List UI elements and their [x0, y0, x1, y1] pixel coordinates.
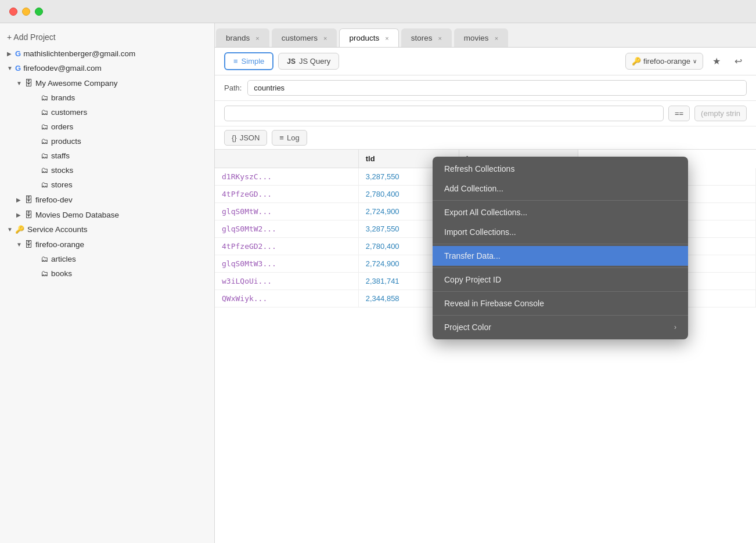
sidebar-collection-products[interactable]: 🗂 products — [0, 134, 214, 149]
row-id: w3iLQoUi... — [215, 273, 358, 290]
tab-label: products — [349, 34, 379, 42]
context-menu: Refresh Collections Add Collection... Ex… — [433, 157, 688, 339]
filter-input[interactable] — [224, 106, 664, 121]
sidebar-collection-brands[interactable]: 🗂 brands — [0, 91, 214, 105]
project-name: firefoo-orange — [35, 240, 84, 249]
sidebar-account-1[interactable]: G mathislichtenberger@gmail.com — [0, 46, 214, 61]
ctx-project-color[interactable]: Project Color › — [433, 317, 688, 337]
add-project-button[interactable]: + Add Project — [0, 28, 214, 46]
tab-products[interactable]: products × — [339, 28, 398, 47]
toolbar: ≡ Simple JS JS Query 🔑 firefoo-orange ∨ … — [215, 48, 756, 75]
sidebar-collection-articles[interactable]: 🗂 articles — [0, 252, 214, 266]
row-id: glqS0MtW... — [215, 203, 358, 220]
ctx-refresh-collections[interactable]: Refresh Collections — [433, 159, 688, 179]
tab-brands[interactable]: brands × — [216, 28, 269, 47]
simple-mode-button[interactable]: ≡ Simple — [224, 52, 273, 70]
section-name: Service Accounts — [27, 225, 88, 234]
sidebar-project-3[interactable]: 🗄 Movies Demo Database — [0, 207, 214, 222]
tab-close-customers[interactable]: × — [323, 35, 327, 42]
sidebar-project-2[interactable]: 🗄 firefoo-dev — [0, 192, 214, 207]
project-icon: 🗄 — [24, 195, 33, 204]
tabs-bar: brands × customers × products × stores ×… — [215, 23, 756, 48]
sidebar: + Add Project G mathislichtenberger@gmai… — [0, 23, 215, 543]
js-query-button[interactable]: JS JS Query — [278, 53, 339, 70]
close-button[interactable] — [9, 8, 17, 16]
submenu-arrow-icon: › — [674, 323, 676, 331]
collection-icon: 🗂 — [41, 166, 48, 175]
collection-name: staffs — [51, 151, 70, 160]
tab-movies[interactable]: movies × — [454, 28, 508, 47]
sidebar-project-4[interactable]: 🗄 firefoo-orange — [0, 237, 214, 252]
ctx-item-label: Copy Project ID — [444, 275, 501, 284]
sidebar-collection-staffs[interactable]: 🗂 staffs — [0, 149, 214, 163]
project-selector[interactable]: 🔑 firefoo-orange ∨ — [625, 53, 703, 70]
app-body: + Add Project G mathislichtenberger@gmai… — [0, 23, 756, 543]
ctx-reveal-firebase[interactable]: Reveal in Firebase Console — [433, 294, 688, 313]
ctx-add-collection[interactable]: Add Collection... — [433, 179, 688, 198]
operator-button[interactable]: == — [668, 106, 690, 121]
tab-customers[interactable]: customers × — [272, 28, 337, 47]
ctx-export-all[interactable]: Export All Collections... — [433, 202, 688, 222]
tab-close-movies[interactable]: × — [495, 35, 498, 42]
log-view-button[interactable]: ≡ Log — [272, 130, 307, 146]
path-input[interactable] — [247, 80, 747, 96]
sidebar-project-1[interactable]: 🗄 My Awesome Company — [0, 75, 214, 91]
tab-close-stores[interactable]: × — [438, 35, 441, 42]
collection-name: customers — [51, 108, 87, 117]
traffic-lights — [9, 8, 43, 16]
collection-name: stocks — [51, 166, 73, 175]
sidebar-collection-stores[interactable]: 🗂 stores — [0, 178, 214, 192]
row-id: d1RKyszC... — [215, 168, 358, 186]
collection-icon: 🗂 — [41, 269, 48, 278]
collection-icon: 🗂 — [41, 93, 48, 102]
project-icon: 🗄 — [24, 210, 33, 219]
add-project-label: + Add Project — [7, 32, 56, 42]
back-button[interactable]: ↩ — [730, 52, 747, 70]
project-name: firefoo-dev — [35, 196, 73, 204]
account-name: mathislichtenberger@gmail.com — [23, 49, 135, 58]
google-icon: G — [15, 64, 21, 73]
col-header-id — [215, 150, 358, 168]
view-tabs: {} JSON ≡ Log — [215, 126, 756, 150]
js-icon: JS — [287, 57, 296, 66]
tab-close-brands[interactable]: × — [255, 35, 259, 42]
star-icon: ★ — [712, 56, 721, 66]
sidebar-collection-orders[interactable]: 🗂 orders — [0, 120, 214, 134]
minimize-button[interactable] — [22, 8, 30, 16]
sidebar-collection-books[interactable]: 🗂 books — [0, 266, 214, 281]
project-icon: 🗄 — [24, 78, 33, 88]
ctx-item-label: Refresh Collections — [444, 164, 514, 173]
collapse-icon — [16, 212, 23, 218]
sidebar-collection-stocks[interactable]: 🗂 stocks — [0, 163, 214, 178]
tab-close-products[interactable]: × — [385, 35, 388, 42]
ctx-transfer-data[interactable]: Transfer Data... — [433, 246, 688, 266]
json-view-button[interactable]: {} JSON — [224, 130, 267, 146]
ctx-separator-2 — [433, 244, 688, 244]
account-name: firefoodev@gmail.com — [23, 64, 102, 73]
ctx-item-label: Transfer Data... — [444, 251, 501, 260]
maximize-button[interactable] — [35, 8, 43, 16]
tab-label: customers — [282, 34, 318, 42]
sidebar-collection-customers[interactable]: 🗂 customers — [0, 105, 214, 120]
project-selector-name: firefoo-orange — [643, 57, 690, 66]
collection-name: products — [51, 137, 81, 146]
collapse-icon — [16, 241, 23, 248]
log-icon: ≡ — [279, 133, 284, 142]
ctx-import-collections[interactable]: Import Collections... — [433, 222, 688, 242]
tab-stores[interactable]: stores × — [401, 28, 452, 47]
sidebar-account-2[interactable]: G firefoodev@gmail.com — [0, 61, 214, 75]
project-name: My Awesome Company — [35, 79, 118, 88]
ctx-separator-5 — [433, 315, 688, 316]
favorite-button[interactable]: ★ — [708, 52, 725, 70]
sidebar-service-accounts[interactable]: 🔑 Service Accounts — [0, 222, 214, 237]
key-icon: 🔑 — [632, 57, 641, 66]
collection-name: articles — [51, 255, 76, 263]
tab-label: stores — [411, 34, 433, 42]
tab-label: brands — [226, 34, 250, 42]
ctx-copy-project-id[interactable]: Copy Project ID — [433, 270, 688, 289]
collection-icon: 🗂 — [41, 255, 48, 263]
project-name: Movies Demo Database — [35, 211, 119, 219]
ctx-item-label: Export All Collections... — [444, 208, 527, 217]
row-id: 4tPfzeGD... — [215, 186, 358, 203]
ctx-separator-4 — [433, 291, 688, 292]
